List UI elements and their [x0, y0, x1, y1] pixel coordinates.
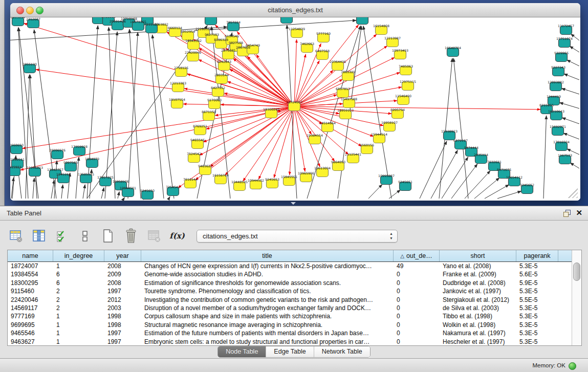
table-cell: Nakamura et al. (1997) [440, 329, 516, 337]
graph-edge[interactable] [153, 35, 174, 199]
show-columns-button[interactable] [31, 228, 47, 244]
network-view[interactable]: 1872400776638228660124891295422260558962… [10, 17, 580, 201]
citation-edge[interactable] [225, 106, 294, 176]
graph-edge[interactable] [118, 192, 119, 199]
memory-ok-indicator[interactable] [569, 362, 576, 370]
float-panel-icon[interactable] [563, 210, 571, 217]
graph-edge[interactable] [543, 116, 547, 199]
table-row[interactable]: 946362711997Embryonic stem cells: a mode… [8, 338, 572, 345]
citation-edge[interactable] [294, 106, 305, 171]
table-viewport[interactable]: namein_degreeyeartitle△out_de…shortpager… [8, 250, 572, 345]
column-header-year[interactable]: year [104, 250, 141, 261]
graph-edge[interactable] [363, 26, 391, 199]
row-height-button[interactable] [77, 228, 93, 244]
graph-edge[interactable] [567, 60, 579, 66]
citation-edge[interactable] [184, 89, 294, 106]
graph-edge[interactable] [442, 157, 468, 199]
network-window[interactable]: citations_edges.txt 18724007766382286601… [10, 3, 580, 201]
table-row[interactable]: 977716911998Corpus callosum shape and si… [8, 312, 572, 320]
window-titlebar[interactable]: citations_edges.txt [10, 3, 580, 17]
graph-edge[interactable] [570, 163, 579, 168]
graph-edge[interactable] [169, 196, 170, 199]
graph-node[interactable] [205, 17, 217, 25]
column-header-out_de[interactable]: △out_de… [394, 250, 440, 261]
zoom-window-button[interactable] [36, 7, 43, 14]
graph-edge[interactable] [451, 164, 477, 199]
tab-edge-table[interactable]: Edge Table [266, 346, 314, 357]
delete-column-button[interactable] [123, 228, 139, 244]
select-rows-button[interactable] [54, 228, 70, 244]
graph-edge[interactable] [465, 171, 490, 199]
table-options-button[interactable] [8, 228, 24, 244]
graph-edge[interactable] [194, 20, 356, 31]
table-cell: 2 [53, 296, 104, 304]
table-row[interactable]: 1872400712008Changes of HCN gene express… [8, 262, 572, 270]
graph-edge[interactable] [129, 29, 141, 199]
graph-edge[interactable] [562, 118, 579, 124]
graph-edge[interactable] [83, 185, 85, 199]
citation-edge[interactable] [229, 69, 294, 106]
graph-edge[interactable] [559, 102, 579, 108]
graph-node-label: 1145194 [56, 172, 71, 176]
column-header-pagerank[interactable]: pagerank [516, 250, 558, 261]
graph-edge[interactable] [453, 58, 468, 199]
graph-edge[interactable] [128, 32, 138, 199]
graph-node[interactable] [357, 17, 368, 25]
citation-edge[interactable] [237, 32, 294, 106]
graph-node-label: 8154546 [225, 34, 239, 38]
collapsed-side-panel[interactable] [0, 0, 5, 206]
graph-edge[interactable] [561, 89, 579, 94]
delete-table-button-disabled [146, 228, 162, 244]
table-row[interactable]: 946554611997Estimation of the future num… [8, 329, 572, 337]
close-panel-icon[interactable]: ✕ [576, 208, 582, 217]
graph-edge[interactable] [474, 178, 499, 199]
scrollbar-thumb[interactable] [573, 262, 580, 281]
graph-edge[interactable] [368, 185, 382, 199]
graph-edge[interactable] [108, 27, 115, 199]
table-cell: 1998 [104, 321, 141, 329]
graph-edge[interactable] [61, 185, 63, 199]
table-row[interactable]: 1456911722003Disruption of a novel membe… [8, 304, 572, 312]
graph-node-label: 17957225 [97, 176, 114, 179]
column-header-name[interactable]: name [8, 250, 53, 261]
vertical-scrollbar[interactable] [572, 250, 581, 345]
graph-edge[interactable] [439, 58, 452, 199]
graph-node-label: 6497568 [315, 49, 330, 53]
graph-edge[interactable] [431, 150, 458, 199]
graph-edge[interactable] [564, 74, 579, 80]
table-cell: 22420046 [8, 296, 53, 304]
graph-node[interactable] [281, 17, 293, 24]
graph-edge[interactable] [570, 46, 579, 52]
table-row[interactable]: 2242004622012Investigating the contribut… [8, 296, 572, 304]
citation-edge[interactable] [226, 48, 294, 106]
graph-edge[interactable] [105, 32, 117, 199]
table-row[interactable]: 1830029562008Estimation of significance … [8, 279, 572, 287]
graph-edge[interactable] [51, 180, 54, 199]
citation-edge[interactable] [20, 106, 294, 170]
function-builder-button[interactable]: f(x) [169, 228, 185, 244]
tab-node-table[interactable]: Node Table [218, 346, 266, 357]
table-cell: 1997 [104, 329, 141, 337]
create-column-button[interactable] [100, 228, 116, 244]
minimize-window-button[interactable] [26, 7, 34, 14]
graph-edge[interactable] [497, 191, 521, 199]
column-header-in_degree[interactable]: in_degree [53, 250, 104, 261]
column-header-title[interactable]: title [141, 250, 394, 261]
graph-edge[interactable] [420, 141, 447, 199]
tab-network-table[interactable]: Network Table [314, 346, 370, 357]
table-row[interactable]: 969969511998Structural magnetic resonanc… [8, 321, 572, 329]
table-panel-header[interactable]: Table Panel ✕ [0, 206, 588, 221]
table-row[interactable]: 911546021997Tourette syndrome. Phenomeno… [8, 287, 572, 295]
table-row[interactable]: 1938455462009Genome-wide association stu… [8, 270, 572, 278]
graph-edge[interactable] [101, 188, 104, 199]
graph-edge[interactable] [148, 27, 164, 199]
column-header-short[interactable]: short [440, 250, 516, 261]
table-cell: Jankovic et al. (1997) [440, 287, 516, 295]
graph-edge[interactable] [563, 133, 579, 139]
splitter-handle[interactable] [291, 202, 296, 205]
close-window-button[interactable] [16, 7, 24, 14]
graph-edge[interactable] [124, 198, 124, 199]
citation-edge[interactable] [227, 81, 294, 106]
graph-edge[interactable] [33, 178, 34, 199]
table-selector-dropdown[interactable]: citations_edges.txt ▲▼ [197, 230, 398, 243]
